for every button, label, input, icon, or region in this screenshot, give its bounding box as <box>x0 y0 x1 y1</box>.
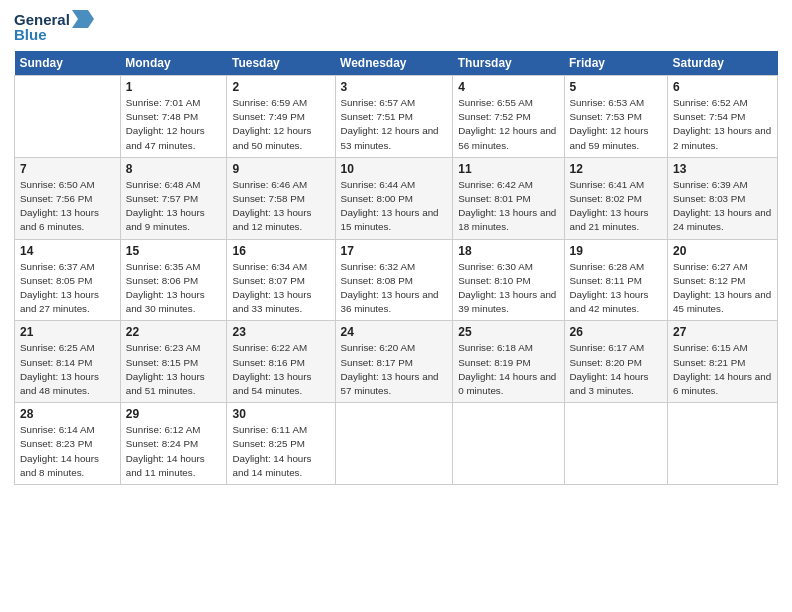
day-number: 29 <box>126 407 222 421</box>
calendar-cell: 27Sunrise: 6:15 AMSunset: 8:21 PMDayligh… <box>668 321 778 403</box>
calendar-cell: 11Sunrise: 6:42 AMSunset: 8:01 PMDayligh… <box>453 157 564 239</box>
day-info: Sunrise: 6:57 AMSunset: 7:51 PMDaylight:… <box>341 96 448 153</box>
calendar-cell: 26Sunrise: 6:17 AMSunset: 8:20 PMDayligh… <box>564 321 668 403</box>
weekday-header-friday: Friday <box>564 51 668 76</box>
calendar-cell: 29Sunrise: 6:12 AMSunset: 8:24 PMDayligh… <box>120 403 227 485</box>
calendar-cell: 22Sunrise: 6:23 AMSunset: 8:15 PMDayligh… <box>120 321 227 403</box>
day-info: Sunrise: 6:32 AMSunset: 8:08 PMDaylight:… <box>341 260 448 317</box>
day-info: Sunrise: 6:42 AMSunset: 8:01 PMDaylight:… <box>458 178 558 235</box>
day-info: Sunrise: 6:34 AMSunset: 8:07 PMDaylight:… <box>232 260 329 317</box>
day-number: 24 <box>341 325 448 339</box>
day-info: Sunrise: 6:28 AMSunset: 8:11 PMDaylight:… <box>570 260 663 317</box>
day-info: Sunrise: 6:20 AMSunset: 8:17 PMDaylight:… <box>341 341 448 398</box>
day-number: 17 <box>341 244 448 258</box>
weekday-header-wednesday: Wednesday <box>335 51 453 76</box>
weekday-header-monday: Monday <box>120 51 227 76</box>
day-number: 21 <box>20 325 115 339</box>
day-number: 3 <box>341 80 448 94</box>
day-info: Sunrise: 6:44 AMSunset: 8:00 PMDaylight:… <box>341 178 448 235</box>
weekday-header-saturday: Saturday <box>668 51 778 76</box>
day-number: 25 <box>458 325 558 339</box>
logo-arrow-icon <box>72 10 94 28</box>
calendar-cell: 25Sunrise: 6:18 AMSunset: 8:19 PMDayligh… <box>453 321 564 403</box>
day-number: 11 <box>458 162 558 176</box>
calendar-cell <box>453 403 564 485</box>
day-info: Sunrise: 6:46 AMSunset: 7:58 PMDaylight:… <box>232 178 329 235</box>
day-number: 14 <box>20 244 115 258</box>
calendar-cell: 7Sunrise: 6:50 AMSunset: 7:56 PMDaylight… <box>15 157 121 239</box>
calendar-table: SundayMondayTuesdayWednesdayThursdayFrid… <box>14 51 778 485</box>
calendar-cell: 3Sunrise: 6:57 AMSunset: 7:51 PMDaylight… <box>335 76 453 158</box>
calendar-cell: 16Sunrise: 6:34 AMSunset: 8:07 PMDayligh… <box>227 239 335 321</box>
calendar-cell: 30Sunrise: 6:11 AMSunset: 8:25 PMDayligh… <box>227 403 335 485</box>
header: General Blue <box>14 10 778 43</box>
calendar-cell: 19Sunrise: 6:28 AMSunset: 8:11 PMDayligh… <box>564 239 668 321</box>
day-number: 30 <box>232 407 329 421</box>
calendar-cell: 6Sunrise: 6:52 AMSunset: 7:54 PMDaylight… <box>668 76 778 158</box>
day-info: Sunrise: 6:22 AMSunset: 8:16 PMDaylight:… <box>232 341 329 398</box>
calendar-cell: 15Sunrise: 6:35 AMSunset: 8:06 PMDayligh… <box>120 239 227 321</box>
day-number: 13 <box>673 162 772 176</box>
calendar-week-row: 21Sunrise: 6:25 AMSunset: 8:14 PMDayligh… <box>15 321 778 403</box>
day-info: Sunrise: 6:30 AMSunset: 8:10 PMDaylight:… <box>458 260 558 317</box>
calendar-cell: 8Sunrise: 6:48 AMSunset: 7:57 PMDaylight… <box>120 157 227 239</box>
day-info: Sunrise: 6:48 AMSunset: 7:57 PMDaylight:… <box>126 178 222 235</box>
calendar-cell: 17Sunrise: 6:32 AMSunset: 8:08 PMDayligh… <box>335 239 453 321</box>
calendar-cell: 9Sunrise: 6:46 AMSunset: 7:58 PMDaylight… <box>227 157 335 239</box>
calendar-cell: 2Sunrise: 6:59 AMSunset: 7:49 PMDaylight… <box>227 76 335 158</box>
day-number: 9 <box>232 162 329 176</box>
calendar-cell: 12Sunrise: 6:41 AMSunset: 8:02 PMDayligh… <box>564 157 668 239</box>
day-number: 15 <box>126 244 222 258</box>
logo: General Blue <box>14 10 94 43</box>
svg-marker-0 <box>72 10 94 28</box>
day-number: 27 <box>673 325 772 339</box>
calendar-cell <box>15 76 121 158</box>
day-info: Sunrise: 6:53 AMSunset: 7:53 PMDaylight:… <box>570 96 663 153</box>
day-info: Sunrise: 6:55 AMSunset: 7:52 PMDaylight:… <box>458 96 558 153</box>
day-number: 6 <box>673 80 772 94</box>
calendar-cell: 28Sunrise: 6:14 AMSunset: 8:23 PMDayligh… <box>15 403 121 485</box>
day-number: 28 <box>20 407 115 421</box>
calendar-cell: 4Sunrise: 6:55 AMSunset: 7:52 PMDaylight… <box>453 76 564 158</box>
day-info: Sunrise: 6:41 AMSunset: 8:02 PMDaylight:… <box>570 178 663 235</box>
calendar-cell <box>668 403 778 485</box>
day-number: 4 <box>458 80 558 94</box>
day-info: Sunrise: 6:17 AMSunset: 8:20 PMDaylight:… <box>570 341 663 398</box>
calendar-cell <box>335 403 453 485</box>
day-info: Sunrise: 6:12 AMSunset: 8:24 PMDaylight:… <box>126 423 222 480</box>
day-number: 7 <box>20 162 115 176</box>
day-number: 2 <box>232 80 329 94</box>
day-info: Sunrise: 6:18 AMSunset: 8:19 PMDaylight:… <box>458 341 558 398</box>
day-info: Sunrise: 6:35 AMSunset: 8:06 PMDaylight:… <box>126 260 222 317</box>
day-number: 20 <box>673 244 772 258</box>
day-number: 8 <box>126 162 222 176</box>
logo-blue: Blue <box>14 26 47 43</box>
day-info: Sunrise: 6:39 AMSunset: 8:03 PMDaylight:… <box>673 178 772 235</box>
calendar-cell: 14Sunrise: 6:37 AMSunset: 8:05 PMDayligh… <box>15 239 121 321</box>
logo-text-block: General Blue <box>14 10 94 43</box>
day-info: Sunrise: 6:37 AMSunset: 8:05 PMDaylight:… <box>20 260 115 317</box>
day-number: 22 <box>126 325 222 339</box>
calendar-cell: 1Sunrise: 7:01 AMSunset: 7:48 PMDaylight… <box>120 76 227 158</box>
day-info: Sunrise: 6:23 AMSunset: 8:15 PMDaylight:… <box>126 341 222 398</box>
calendar-week-row: 7Sunrise: 6:50 AMSunset: 7:56 PMDaylight… <box>15 157 778 239</box>
day-number: 5 <box>570 80 663 94</box>
day-number: 26 <box>570 325 663 339</box>
day-number: 12 <box>570 162 663 176</box>
calendar-week-row: 1Sunrise: 7:01 AMSunset: 7:48 PMDaylight… <box>15 76 778 158</box>
day-number: 1 <box>126 80 222 94</box>
day-number: 19 <box>570 244 663 258</box>
weekday-header-tuesday: Tuesday <box>227 51 335 76</box>
weekday-header-thursday: Thursday <box>453 51 564 76</box>
calendar-week-row: 28Sunrise: 6:14 AMSunset: 8:23 PMDayligh… <box>15 403 778 485</box>
day-info: Sunrise: 6:15 AMSunset: 8:21 PMDaylight:… <box>673 341 772 398</box>
day-info: Sunrise: 7:01 AMSunset: 7:48 PMDaylight:… <box>126 96 222 153</box>
day-info: Sunrise: 6:14 AMSunset: 8:23 PMDaylight:… <box>20 423 115 480</box>
day-info: Sunrise: 6:27 AMSunset: 8:12 PMDaylight:… <box>673 260 772 317</box>
calendar-cell: 13Sunrise: 6:39 AMSunset: 8:03 PMDayligh… <box>668 157 778 239</box>
page-container: General Blue SundayMondayTuesdayWednesda… <box>0 0 792 495</box>
logo-general: General <box>14 11 70 28</box>
calendar-cell: 20Sunrise: 6:27 AMSunset: 8:12 PMDayligh… <box>668 239 778 321</box>
weekday-header-sunday: Sunday <box>15 51 121 76</box>
calendar-cell: 10Sunrise: 6:44 AMSunset: 8:00 PMDayligh… <box>335 157 453 239</box>
